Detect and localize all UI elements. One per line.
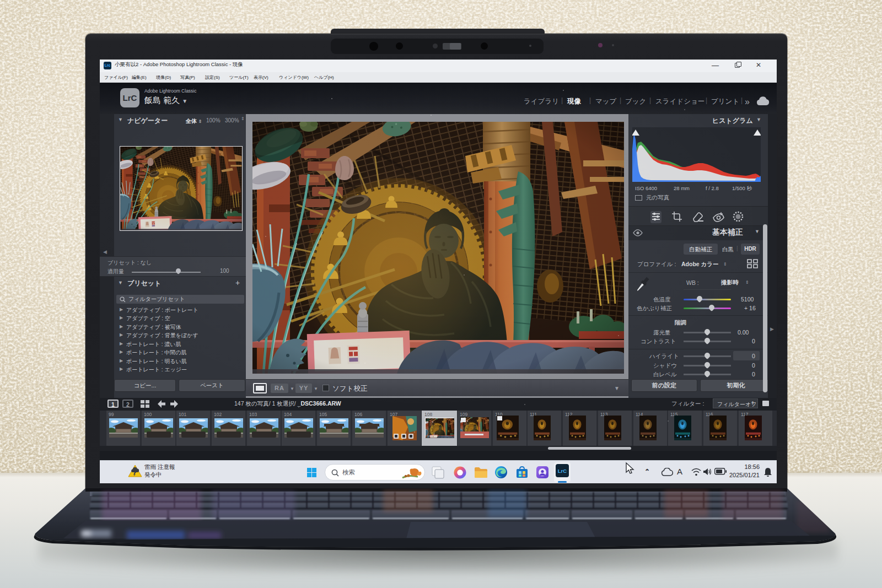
svg-text:LrC: LrC <box>558 468 567 474</box>
